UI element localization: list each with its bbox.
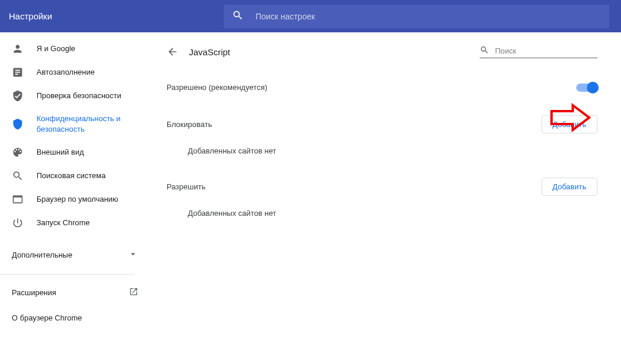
main-header: JavaScript	[167, 45, 597, 58]
power-icon	[12, 217, 24, 229]
back-button[interactable]	[167, 46, 178, 58]
sidebar-item-label: Поисковая система	[36, 171, 150, 181]
sidebar-item-autofill[interactable]: Автозаполнение	[0, 61, 150, 84]
allowed-setting-row: Разрешено (рекомендуется)	[167, 83, 597, 92]
chevron-down-icon	[128, 249, 138, 261]
settings-search[interactable]	[224, 5, 609, 28]
page-title: JavaScript	[189, 47, 480, 57]
sidebar-advanced-label: Дополнительные	[12, 251, 72, 259]
shield-check-icon	[12, 90, 24, 102]
shield-icon	[12, 118, 24, 130]
allow-section-title: Разрешить	[167, 182, 205, 191]
settings-search-input[interactable]	[255, 12, 601, 21]
allow-empty-message: Добавленных сайтов нет	[167, 209, 597, 218]
open-external-icon	[129, 287, 138, 298]
sidebar-about-label: О браузере Chrome	[12, 313, 82, 322]
block-section-title: Блокировать	[167, 120, 212, 129]
sidebar-about[interactable]: О браузере Chrome	[0, 306, 150, 330]
sidebar-item-label: Автозаполнение	[36, 67, 150, 78]
palette-icon	[12, 146, 24, 158]
sidebar-item-label: Запуск Chrome	[36, 218, 150, 228]
sidebar-item-appearance[interactable]: Внешний вид	[0, 141, 150, 164]
block-empty-message: Добавленных сайтов нет	[167, 146, 597, 155]
block-section: Блокировать Добавить Добавленных сайтов …	[167, 115, 597, 155]
sidebar-item-search[interactable]: Поисковая система	[0, 164, 150, 188]
sidebar-advanced[interactable]: Дополнительные	[0, 241, 150, 269]
search-icon	[480, 45, 495, 56]
arrow-back-icon	[167, 46, 178, 58]
sidebar-item-default-browser[interactable]: Браузер по умолчанию	[0, 188, 150, 211]
allow-section: Разрешить Добавить Добавленных сайтов не…	[167, 178, 597, 218]
sidebar-item-startup[interactable]: Запуск Chrome	[0, 211, 150, 235]
divider	[0, 274, 134, 275]
sidebar-item-safety-check[interactable]: Проверка безопасности	[0, 84, 150, 108]
sidebar-item-privacy[interactable]: Конфиденциальность и безопасность	[0, 108, 150, 141]
sidebar-item-label: Я и Google	[36, 44, 150, 54]
main-content: JavaScript Разрешено (рекомендуется) Бло…	[150, 32, 621, 364]
person-icon	[12, 43, 24, 55]
autofill-icon	[12, 66, 24, 78]
allowed-label: Разрешено (рекомендуется)	[167, 83, 267, 92]
sidebar-item-label: Браузер по умолчанию	[36, 194, 150, 205]
app-header: Настройки	[0, 0, 621, 32]
search-icon	[12, 170, 24, 182]
search-icon	[232, 9, 255, 23]
allow-add-button[interactable]: Добавить	[542, 178, 597, 196]
javascript-toggle[interactable]	[576, 84, 597, 92]
sidebar-item-label: Проверка безопасности	[36, 91, 150, 101]
sidebar-item-label: Внешний вид	[36, 147, 150, 158]
sidebar-item-google[interactable]: Я и Google	[0, 37, 150, 61]
browser-icon	[12, 193, 24, 205]
page-search[interactable]	[480, 45, 597, 58]
sidebar-extensions-label: Расширения	[12, 288, 57, 297]
sidebar-item-label: Конфиденциальность и безопасность	[36, 113, 150, 135]
block-add-button[interactable]: Добавить	[542, 115, 597, 133]
app-title: Настройки	[9, 11, 224, 21]
page-search-input[interactable]	[495, 46, 597, 55]
sidebar: Я и Google Автозаполнение Проверка безоп…	[0, 32, 150, 364]
sidebar-extensions[interactable]: Расширения	[0, 279, 150, 306]
